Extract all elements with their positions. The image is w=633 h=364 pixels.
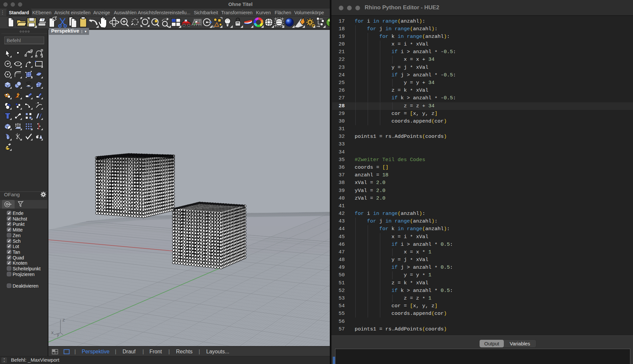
svg-text:x: x — [51, 329, 54, 335]
svg-text:z: z — [62, 317, 65, 322]
svg-text:y: y — [57, 331, 59, 337]
